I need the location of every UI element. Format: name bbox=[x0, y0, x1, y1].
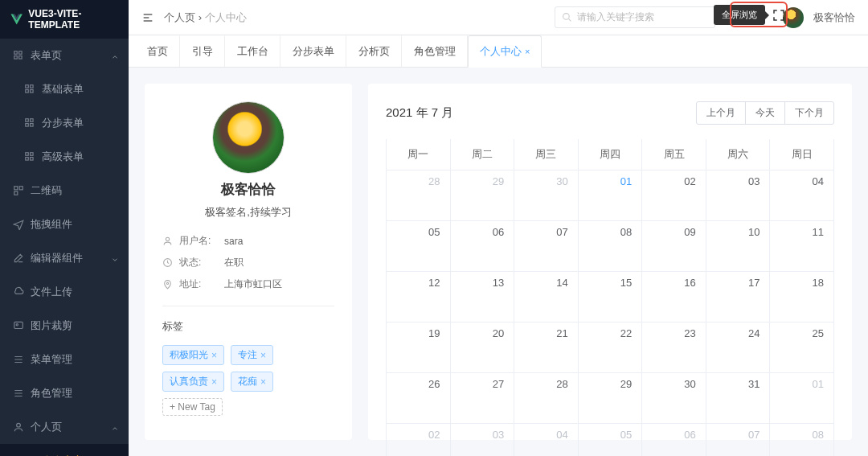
calendar-day[interactable]: 10 bbox=[706, 221, 770, 272]
tab[interactable]: 分步表单 bbox=[280, 35, 346, 67]
calendar-day[interactable]: 04 bbox=[770, 170, 834, 221]
search-icon bbox=[562, 12, 572, 23]
tag[interactable]: 花痴× bbox=[231, 372, 273, 392]
calendar-day[interactable]: 30 bbox=[514, 170, 579, 221]
calendar-day[interactable]: 23 bbox=[642, 322, 706, 373]
sidebar-item[interactable]: 基础表单 bbox=[0, 72, 129, 106]
calendar-day[interactable]: 07 bbox=[514, 221, 579, 272]
tab[interactable]: 个人中心× bbox=[468, 35, 542, 68]
calendar-day[interactable]: 05 bbox=[578, 424, 642, 457]
calendar-day[interactable]: 28 bbox=[387, 170, 451, 221]
calendar-day[interactable]: 25 bbox=[770, 322, 834, 373]
calendar-day[interactable]: 09 bbox=[642, 221, 706, 272]
calendar-day[interactable]: 11 bbox=[770, 221, 834, 272]
tabs: 首页引导工作台分步表单分析页角色管理个人中心× bbox=[129, 35, 868, 68]
calendar-day[interactable]: 31 bbox=[706, 373, 770, 424]
calendar-day[interactable]: 21 bbox=[514, 322, 579, 373]
sidebar-item[interactable]: 菜单管理 bbox=[0, 343, 129, 376]
calendar-day[interactable]: 01 bbox=[770, 373, 834, 424]
sidebar-item[interactable]: 分步表单 bbox=[0, 106, 129, 140]
tab[interactable]: 分析页 bbox=[346, 35, 402, 67]
calendar-day[interactable]: 02 bbox=[387, 424, 451, 457]
sidebar-item[interactable]: 高级表单 bbox=[0, 140, 129, 174]
profile-row-value: sara bbox=[224, 236, 243, 247]
calendar-day[interactable]: 29 bbox=[450, 170, 514, 221]
profile-row-value: 在职 bbox=[224, 256, 244, 269]
sidebar-item[interactable]: 个人页 bbox=[0, 410, 129, 444]
svg-rect-11 bbox=[31, 124, 34, 127]
calendar-day[interactable]: 03 bbox=[450, 424, 514, 457]
profile-row: 状态:在职 bbox=[162, 256, 334, 269]
calendar-day[interactable]: 24 bbox=[706, 322, 770, 373]
calendar-day[interactable]: 13 bbox=[450, 272, 514, 322]
calendar-today-button[interactable]: 今天 bbox=[745, 101, 785, 125]
tab[interactable]: 工作台 bbox=[225, 35, 280, 67]
close-icon[interactable]: × bbox=[211, 350, 217, 361]
sidebar-item[interactable]: 表单页 bbox=[0, 39, 129, 72]
svg-rect-5 bbox=[31, 85, 34, 88]
sidebar-item[interactable]: 角色管理 bbox=[0, 376, 129, 410]
tab[interactable]: 角色管理 bbox=[402, 35, 468, 67]
svg-rect-7 bbox=[31, 90, 34, 93]
sidebar-item[interactable]: 二维码 bbox=[0, 174, 129, 207]
calendar-day[interactable]: 27 bbox=[450, 373, 514, 424]
sidebar-item[interactable]: 拖拽组件 bbox=[0, 207, 129, 241]
calendar-day[interactable]: 07 bbox=[706, 424, 770, 457]
sidebar-item-label: 高级表单 bbox=[42, 150, 84, 164]
calendar-next-button[interactable]: 下个月 bbox=[784, 101, 834, 125]
user-icon bbox=[13, 421, 24, 433]
calendar-day[interactable]: 14 bbox=[514, 272, 579, 322]
calendar-day[interactable]: 17 bbox=[706, 272, 770, 322]
search-input[interactable]: 请输入关键字搜索 bbox=[555, 6, 715, 28]
calendar-day[interactable]: 16 bbox=[642, 272, 706, 322]
calendar-day[interactable]: 02 bbox=[642, 170, 706, 221]
close-icon[interactable]: × bbox=[260, 376, 266, 388]
menu-toggle-icon[interactable] bbox=[141, 11, 154, 24]
sidebar-item[interactable]: 个人中心 bbox=[0, 444, 129, 456]
calendar-day[interactable]: 06 bbox=[450, 221, 514, 272]
drag-icon bbox=[13, 219, 24, 230]
logo-area[interactable]: VUE3-VITE-TEMPLATE bbox=[0, 0, 129, 39]
profile-row-label: 地址: bbox=[179, 277, 218, 291]
calendar-day[interactable]: 26 bbox=[387, 373, 451, 424]
sidebar-item[interactable]: 图片裁剪 bbox=[0, 309, 129, 343]
calendar-day[interactable]: 20 bbox=[450, 322, 514, 373]
calendar-day[interactable]: 05 bbox=[387, 221, 451, 272]
calendar-card: 2021 年 7 月 上个月 今天 下个月 周一周二周三周四周五周六周日 282… bbox=[368, 84, 852, 440]
calendar-day[interactable]: 15 bbox=[578, 272, 642, 322]
calendar-day[interactable]: 12 bbox=[387, 272, 451, 322]
svg-rect-15 bbox=[31, 158, 34, 161]
calendar-day[interactable]: 04 bbox=[514, 424, 579, 457]
fullscreen-icon[interactable] bbox=[772, 8, 786, 23]
svg-rect-2 bbox=[14, 56, 18, 60]
calendar-day[interactable]: 28 bbox=[514, 373, 579, 424]
tag[interactable]: 认真负责× bbox=[162, 372, 224, 392]
close-icon[interactable]: × bbox=[260, 350, 266, 361]
sidebar-item[interactable]: 文件上传 bbox=[0, 275, 129, 309]
calendar-day[interactable]: 08 bbox=[578, 221, 642, 272]
calendar-day[interactable]: 22 bbox=[578, 322, 642, 373]
calendar-day[interactable]: 03 bbox=[706, 170, 770, 221]
calendar-day[interactable]: 01 bbox=[578, 170, 642, 221]
tag[interactable]: 积极阳光× bbox=[162, 345, 224, 365]
tab[interactable]: 首页 bbox=[135, 35, 180, 67]
tab[interactable]: 引导 bbox=[180, 35, 225, 67]
close-icon[interactable]: × bbox=[525, 47, 530, 56]
list-icon bbox=[13, 388, 24, 399]
tag[interactable]: 专注× bbox=[231, 345, 273, 365]
calendar-day[interactable]: 08 bbox=[770, 424, 834, 457]
header-username[interactable]: 极客恰恰 bbox=[813, 10, 855, 25]
calendar-day[interactable]: 19 bbox=[387, 322, 451, 373]
svg-rect-14 bbox=[26, 158, 29, 161]
calendar-day[interactable]: 18 bbox=[770, 272, 834, 322]
brand-name: VUE3-VITE-TEMPLATE bbox=[28, 8, 119, 31]
svg-rect-1 bbox=[19, 51, 22, 55]
calendar-prev-button[interactable]: 上个月 bbox=[696, 101, 746, 125]
close-icon[interactable]: × bbox=[211, 376, 217, 388]
calendar-day[interactable]: 29 bbox=[578, 373, 642, 424]
calendar-day[interactable]: 30 bbox=[642, 373, 706, 424]
calendar-day[interactable]: 06 bbox=[642, 424, 706, 457]
add-tag-button[interactable]: + New Tag bbox=[162, 398, 223, 416]
sidebar-item[interactable]: 编辑器组件 bbox=[0, 241, 129, 275]
breadcrumb-item[interactable]: 个人页 bbox=[164, 11, 195, 23]
